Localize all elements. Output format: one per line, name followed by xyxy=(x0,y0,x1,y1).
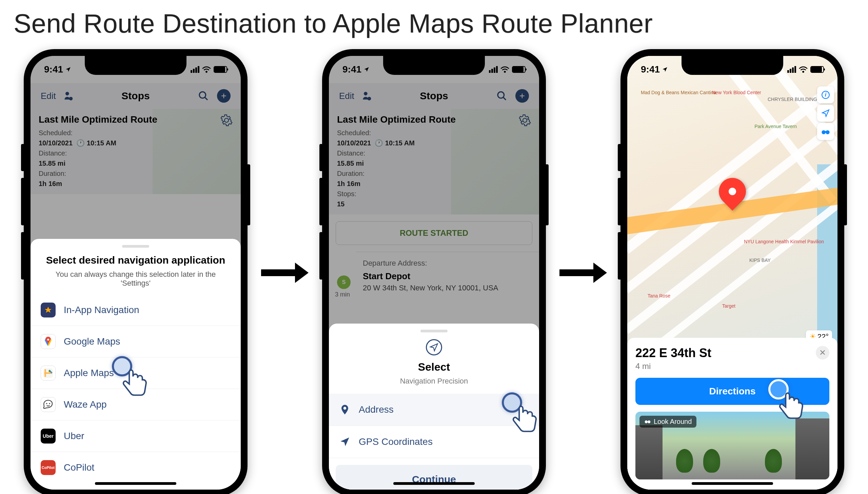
tap-indicator xyxy=(502,392,522,413)
map-poi-label: Park Avenue Tavern xyxy=(754,124,797,129)
nav-option-copilot[interactable]: CoPilot CoPilot xyxy=(31,452,241,483)
map-poi-label: Mad Dog & Beans Mexican Cantina xyxy=(641,90,716,95)
svg-point-19 xyxy=(645,420,648,423)
info-button[interactable]: i xyxy=(817,87,834,103)
home-indicator[interactable] xyxy=(393,482,475,485)
nav-option-in-app[interactable]: In-App Navigation xyxy=(31,294,241,326)
precision-sheet: Select Navigation Precision Address GPS … xyxy=(329,324,539,490)
waze-icon xyxy=(41,397,56,412)
map-poi-label: Target xyxy=(722,303,735,309)
svg-rect-18 xyxy=(825,131,827,133)
precision-title: Select xyxy=(329,361,539,373)
nav-option-google-maps[interactable]: Google Maps xyxy=(31,326,241,358)
in-app-nav-icon xyxy=(41,303,56,318)
flow-arrow-icon xyxy=(559,263,607,283)
uber-icon: Uber xyxy=(41,429,56,443)
home-indicator[interactable] xyxy=(692,482,773,485)
page-title: Send Route Destination to Apple Maps Rou… xyxy=(0,0,868,42)
location-arrow-icon xyxy=(339,436,351,448)
continue-button[interactable]: Continue xyxy=(336,465,532,490)
locate-me-button[interactable] xyxy=(817,105,834,122)
svg-point-20 xyxy=(648,420,650,423)
signal-icon xyxy=(787,66,796,73)
close-button[interactable]: ✕ xyxy=(816,346,829,360)
precision-option-gps[interactable]: GPS Coordinates xyxy=(329,426,539,458)
svg-point-4 xyxy=(47,339,49,341)
battery-icon xyxy=(810,66,824,73)
location-services-icon xyxy=(662,66,668,73)
pin-icon xyxy=(339,404,351,415)
place-card: 222 E 34th St ✕ 4 mi Directions xyxy=(627,338,837,490)
phones-container: 9:41 Edit Stops + xyxy=(0,42,868,494)
nav-option-label: In-App Navigation xyxy=(64,305,140,316)
precision-option-label: Address xyxy=(359,404,394,415)
nav-option-uber[interactable]: Uber Uber xyxy=(31,420,241,452)
nav-option-label: Waze App xyxy=(64,399,107,410)
svg-point-13 xyxy=(344,407,347,410)
status-time: 9:41 xyxy=(641,64,660,75)
binoculars-icon xyxy=(644,418,651,425)
map-poi-label: Tana Rose xyxy=(648,293,670,299)
map-poi-label: CHRYSLER BUILDING xyxy=(768,97,817,102)
precision-option-label: GPS Coordinates xyxy=(359,436,433,447)
place-distance: 4 mi xyxy=(635,362,829,371)
map-controls: i xyxy=(817,87,834,140)
home-indicator[interactable] xyxy=(95,482,176,485)
nav-app-sheet: Select desired navigation application Yo… xyxy=(31,239,241,490)
nav-option-label: CoPilot xyxy=(64,462,94,473)
directions-button[interactable]: Directions xyxy=(635,378,829,405)
apple-maps-icon xyxy=(41,366,56,380)
phone-1: 9:41 Edit Stops + xyxy=(24,49,247,494)
notch xyxy=(383,56,485,75)
notch xyxy=(682,56,783,75)
destination-pin-icon[interactable] xyxy=(719,178,746,205)
nav-option-apple-maps[interactable]: Apple Maps xyxy=(31,358,241,389)
phone-2: 9:41 Edit Stops + xyxy=(322,49,546,494)
copilot-icon: CoPilot xyxy=(41,460,56,475)
map-poi-label: NYU Langone Health Kimmel Pavilion xyxy=(744,239,824,244)
notch xyxy=(85,56,186,75)
phone-3: Mad Dog & Beans Mexican Cantina New York… xyxy=(621,49,844,494)
look-around-label: Look Around xyxy=(640,416,697,428)
nav-option-waze[interactable]: Waze App xyxy=(31,389,241,420)
svg-text:i: i xyxy=(825,92,827,98)
sheet-subtitle: You can always change this selection lat… xyxy=(31,270,241,288)
nav-option-label: Apple Maps xyxy=(64,368,114,378)
wifi-icon xyxy=(799,66,808,73)
map-poi-label: KIPS BAY xyxy=(749,258,771,263)
google-maps-icon xyxy=(41,334,56,349)
svg-point-6 xyxy=(49,370,51,372)
map-poi-label: New York Blood Center xyxy=(712,90,761,95)
sheet-handle[interactable] xyxy=(122,245,149,248)
flow-arrow-icon xyxy=(261,263,309,283)
look-around-preview[interactable]: Look Around xyxy=(635,412,829,479)
tap-indicator xyxy=(112,356,132,376)
precision-option-address[interactable]: Address xyxy=(329,394,539,426)
nav-option-label: Google Maps xyxy=(64,336,121,347)
tap-indicator xyxy=(768,379,789,399)
svg-point-8 xyxy=(49,403,50,404)
navigation-compass-icon xyxy=(426,339,442,356)
place-address: 222 E 34th St xyxy=(635,346,712,360)
sheet-title: Select desired navigation application xyxy=(31,254,241,266)
svg-point-7 xyxy=(46,403,47,404)
sheet-handle[interactable] xyxy=(421,330,447,332)
precision-subtitle: Navigation Precision xyxy=(329,377,539,385)
binoculars-button[interactable] xyxy=(817,123,834,140)
nav-option-label: Uber xyxy=(64,431,85,441)
